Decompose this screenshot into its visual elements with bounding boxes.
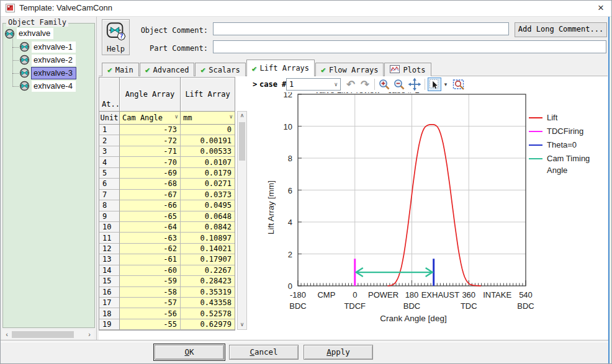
tab-scalars[interactable]: ✔Scalars [195, 63, 245, 76]
apply-button[interactable]: Apply [304, 345, 373, 360]
lift-unit-combobox[interactable]: mm ∨ [181, 112, 235, 124]
lift-value-cell[interactable]: 0.14021 [181, 244, 235, 254]
angle-value-cell[interactable]: -56 [120, 308, 181, 319]
angle-value-cell[interactable]: -69 [120, 168, 181, 179]
tab-flow-arrays[interactable]: ✔Flow Arrays [315, 63, 384, 76]
legend-swatch [529, 144, 542, 146]
tab-plots[interactable]: Plots [384, 63, 431, 76]
lift-value-cell[interactable]: 0.0271 [181, 179, 235, 189]
zoom-region-icon[interactable] [452, 78, 466, 91]
tab-label: Main [115, 66, 133, 74]
valve-help-icon: ? [106, 22, 127, 43]
redo-icon[interactable]: ↷ [358, 78, 372, 91]
angle-value-cell[interactable]: -65 [120, 211, 181, 222]
valve-icon [19, 68, 30, 78]
lift-value-cell[interactable]: 0.28423 [181, 276, 235, 286]
svg-text:8: 8 [288, 154, 292, 163]
lift-value-cell[interactable]: 0.0842 [181, 222, 235, 233]
angle-value-cell[interactable]: -59 [120, 276, 181, 286]
tree-item-root[interactable]: exhvalve [4, 27, 91, 40]
lift-value-cell[interactable]: 0.43358 [181, 298, 235, 308]
tab-main[interactable]: ✔Main [102, 63, 139, 76]
angle-value-cell[interactable]: -63 [120, 233, 181, 243]
angle-value-cell[interactable]: -70 [120, 157, 181, 167]
row-number-cell: 6 [99, 179, 120, 189]
row-number-cell: 3 [99, 146, 120, 157]
angle-value-cell[interactable]: -62 [120, 244, 181, 254]
add-long-comment-button[interactable]: Add Long Comment... [515, 22, 607, 37]
lift-value-cell[interactable]: 0.2267 [181, 265, 235, 276]
case-caret-icon[interactable]: > [253, 76, 257, 92]
legend-item: Theta=0 [529, 139, 608, 151]
object-comment-input[interactable] [213, 22, 509, 35]
svg-text:10: 10 [284, 122, 292, 131]
angle-unit-combobox[interactable]: Cam Angle ∨ [120, 112, 181, 124]
close-icon[interactable]: × [591, 1, 611, 16]
case-number-combobox[interactable]: 1 ∨ [286, 78, 341, 91]
x-axis-title: Crank Angle [deg] [330, 314, 497, 323]
pointer-select-icon[interactable] [428, 78, 441, 91]
panel-splitter[interactable] [96, 17, 97, 340]
angle-value-cell[interactable]: -71 [120, 146, 181, 157]
undo-icon[interactable]: ↶ [344, 78, 358, 91]
part-comment-input[interactable] [213, 40, 606, 53]
svg-text:INTAKE: INTAKE [483, 290, 511, 300]
scroll-up-icon[interactable]: ∧ [238, 112, 246, 120]
lift-array-table: At... Angle Array Lift Array Unit Cam An… [99, 77, 235, 331]
scroll-down-icon[interactable]: ∨ [238, 321, 246, 329]
dropdown-arrow-icon[interactable]: ▾ [442, 78, 449, 91]
scrollbar-thumb[interactable] [239, 122, 245, 161]
angle-value-cell[interactable]: -61 [120, 254, 181, 265]
tab-advanced[interactable]: ✔Advanced [140, 63, 195, 76]
table-row: 4-700.0107 [99, 157, 235, 167]
lift-value-cell[interactable]: 0.0107 [181, 157, 235, 167]
scrollbar-thumb[interactable] [12, 331, 74, 338]
zoom-in-icon[interactable] [377, 78, 391, 91]
cancel-button[interactable]: Cancel [229, 345, 299, 360]
scroll-right-icon[interactable]: › [85, 330, 94, 339]
lift-value-cell[interactable]: 0.35319 [181, 287, 235, 298]
table-unit-row: Unit Cam Angle ∨ mm ∨ [99, 111, 235, 125]
angle-value-cell[interactable]: -60 [120, 265, 181, 276]
angle-value-cell[interactable]: -58 [120, 287, 181, 298]
legend-item: Cam Timing Angle [529, 153, 608, 176]
tree-item-exhvalve-1[interactable]: exhvalve-1 [12, 40, 91, 53]
svg-text:EXHAUST: EXHAUST [421, 290, 459, 300]
table-vertical-scrollbar[interactable]: ∧ ∨ [237, 111, 247, 330]
lift-value-cell[interactable]: 0.52578 [181, 308, 235, 319]
angle-value-cell[interactable]: -67 [120, 190, 181, 200]
valve-icon [19, 55, 30, 65]
lift-value-cell[interactable]: 0.0495 [181, 200, 235, 211]
lift-value-cell[interactable]: 0.0179 [181, 168, 235, 179]
angle-value-cell[interactable]: -66 [120, 200, 181, 211]
ok-button[interactable]: OK [155, 345, 224, 360]
tree-item-exhvalve-4[interactable]: exhvalve-4 [12, 79, 91, 92]
pan-icon[interactable] [408, 78, 421, 91]
angle-value-cell[interactable]: -57 [120, 298, 181, 308]
tab-check-icon: ✔ [200, 66, 205, 74]
help-button[interactable]: ? Help [102, 19, 130, 55]
lift-value-cell[interactable]: 0.62979 [181, 319, 235, 330]
lift-value-cell[interactable]: 0.00533 [181, 146, 235, 157]
lift-value-cell[interactable]: 0 [181, 125, 235, 135]
lift-value-cell[interactable]: 0.00191 [181, 135, 235, 146]
tree-horizontal-scrollbar[interactable]: ‹ › [2, 330, 94, 339]
scroll-left-icon[interactable]: ‹ [2, 330, 11, 339]
lift-value-cell[interactable]: 0.0648 [181, 211, 235, 222]
tab-lift-arrays[interactable]: ✔Lift Arrays [246, 60, 315, 76]
angle-value-cell[interactable]: -55 [120, 319, 181, 330]
zoom-out-icon[interactable] [392, 78, 406, 91]
tree-item-exhvalve-3[interactable]: exhvalve-3 [12, 66, 91, 79]
tree-item-exhvalve-2[interactable]: exhvalve-2 [12, 53, 91, 66]
lift-value-cell[interactable]: 0.17907 [181, 254, 235, 265]
lift-unit-value: mm [183, 113, 192, 122]
table-row: 13-610.17907 [99, 254, 235, 265]
angle-value-cell[interactable]: -68 [120, 179, 181, 189]
lift-value-cell[interactable]: 0.0373 [181, 190, 235, 200]
row-number-cell: 7 [99, 190, 120, 200]
angle-value-cell[interactable]: -73 [120, 125, 181, 135]
lift-value-cell[interactable]: 0.10897 [181, 233, 235, 243]
angle-value-cell[interactable]: -72 [120, 135, 181, 146]
angle-value-cell[interactable]: -64 [120, 222, 181, 233]
row-number-cell: 5 [99, 168, 120, 179]
